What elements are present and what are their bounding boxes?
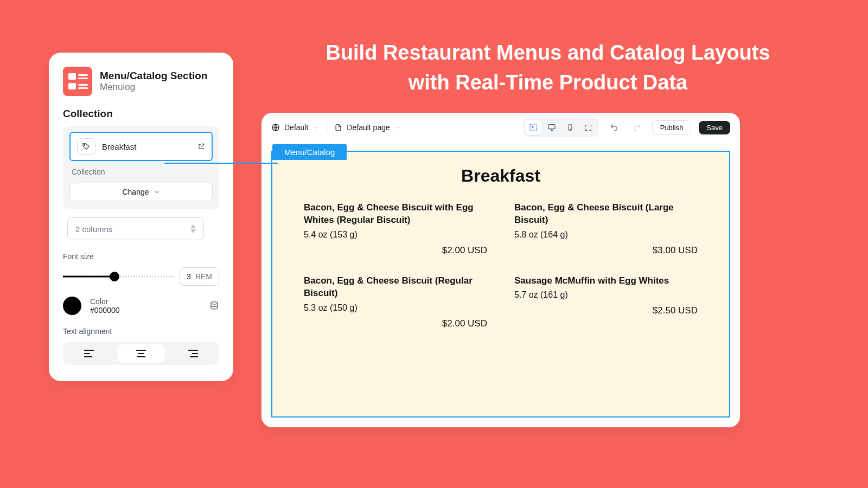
collection-section-label: Collection bbox=[63, 108, 219, 120]
font-size-value: 3 bbox=[187, 272, 191, 281]
database-icon[interactable] bbox=[209, 301, 219, 311]
toolbar-separator bbox=[326, 121, 327, 133]
page-selector[interactable]: Default page bbox=[334, 123, 400, 132]
menu-item: Bacon, Egg & Cheese Biscuit (Regular Bis… bbox=[304, 274, 487, 329]
svg-rect-15 bbox=[548, 125, 555, 129]
app-icon bbox=[63, 67, 92, 96]
editor-toolbar: Default Default page bbox=[261, 113, 740, 142]
undo-button[interactable] bbox=[607, 120, 622, 135]
svg-rect-14 bbox=[530, 124, 537, 131]
columns-select[interactable]: 2 columns bbox=[67, 217, 204, 240]
align-left-button[interactable] bbox=[65, 344, 113, 363]
selection-tab[interactable]: Menu/Catalog bbox=[272, 144, 347, 160]
device-fullscreen-button[interactable] bbox=[580, 120, 597, 135]
publish-button[interactable]: Publish bbox=[652, 120, 692, 135]
panel-title: Menu/Catalog Section bbox=[100, 70, 207, 82]
menu-item: Sausage McMuffin with Egg Whites 5.7 oz … bbox=[514, 274, 698, 329]
theme-label: Default bbox=[284, 123, 308, 132]
device-inspector-button[interactable] bbox=[525, 120, 541, 135]
redo-button[interactable] bbox=[629, 120, 644, 135]
font-size-label: Font size bbox=[63, 252, 219, 261]
chevron-down-icon bbox=[154, 189, 160, 195]
hero-line1: Build Restaurant Menus and Catalog Layou… bbox=[326, 41, 770, 64]
canvas[interactable]: Menu/Catalog Breakfast Bacon, Egg & Chee… bbox=[261, 142, 740, 427]
menu-item-meta: 5.4 oz (153 g) bbox=[304, 230, 487, 240]
chevron-down-icon bbox=[394, 125, 400, 131]
collection-chip-label: Breakfast bbox=[102, 142, 194, 151]
device-desktop-button[interactable] bbox=[544, 120, 560, 135]
menu-item-name: Sausage McMuffin with Egg Whites bbox=[514, 274, 698, 287]
globe-icon bbox=[271, 123, 280, 132]
menu-grid: Bacon, Egg & Cheese Biscuit with Egg Whi… bbox=[272, 201, 729, 329]
tag-icon bbox=[77, 138, 95, 155]
menu-item-price: $2.50 USD bbox=[514, 305, 698, 316]
selected-section[interactable]: Menu/Catalog Breakfast Bacon, Egg & Chee… bbox=[271, 151, 730, 418]
svg-marker-2 bbox=[190, 229, 196, 233]
collection-chip[interactable]: Breakfast bbox=[69, 132, 213, 161]
hero-title: Build Restaurant Menus and Catalog Layou… bbox=[260, 38, 835, 98]
columns-stepper[interactable] bbox=[190, 224, 196, 233]
slider-thumb[interactable] bbox=[110, 272, 119, 281]
theme-selector[interactable]: Default bbox=[271, 123, 318, 132]
font-size-slider[interactable] bbox=[63, 272, 173, 281]
change-collection-button[interactable]: Change bbox=[69, 183, 213, 201]
menu-item-price: $2.00 USD bbox=[304, 245, 487, 256]
hero-line2: with Real-Time Product Data bbox=[409, 71, 688, 94]
connector-line bbox=[164, 163, 278, 164]
align-center-button[interactable] bbox=[117, 344, 165, 363]
menu-item-name: Bacon, Egg & Cheese Biscuit (Large Biscu… bbox=[514, 201, 698, 227]
svg-point-3 bbox=[211, 302, 218, 305]
menu-item-name: Bacon, Egg & Cheese Biscuit with Egg Whi… bbox=[304, 201, 487, 227]
collection-field-sublabel: Collection bbox=[72, 168, 210, 176]
color-label: Color bbox=[90, 297, 201, 306]
color-swatch[interactable] bbox=[63, 297, 81, 315]
color-hex: #000000 bbox=[90, 306, 201, 314]
device-mobile-button[interactable] bbox=[562, 120, 578, 135]
svg-point-17 bbox=[570, 129, 570, 130]
columns-value: 2 columns bbox=[75, 224, 112, 234]
device-preview-group bbox=[523, 118, 599, 137]
editor-card: Default Default page bbox=[261, 113, 740, 427]
menu-item-name: Bacon, Egg & Cheese Biscuit (Regular Bis… bbox=[304, 274, 487, 300]
menu-item-meta: 5.7 oz (161 g) bbox=[514, 290, 698, 300]
page-label: Default page bbox=[347, 123, 390, 132]
panel-header: Menu/Catalog Section Menulog bbox=[63, 67, 219, 96]
svg-point-0 bbox=[84, 145, 85, 146]
collection-box: Breakfast Collection Change bbox=[63, 126, 219, 209]
chevron-down-icon bbox=[312, 125, 318, 131]
menu-item-meta: 5.8 oz (164 g) bbox=[514, 230, 698, 240]
external-link-icon[interactable] bbox=[197, 143, 205, 150]
settings-panel: Menu/Catalog Section Menulog Collection … bbox=[49, 53, 233, 381]
align-right-button[interactable] bbox=[169, 344, 217, 363]
svg-marker-1 bbox=[190, 224, 196, 228]
page-icon bbox=[334, 124, 342, 132]
alignment-toggle-group bbox=[63, 342, 219, 365]
menu-item-price: $3.00 USD bbox=[514, 245, 698, 256]
menu-item-meta: 5.3 oz (150 g) bbox=[304, 303, 487, 313]
save-button[interactable]: Save bbox=[699, 121, 730, 134]
menu-item: Bacon, Egg & Cheese Biscuit with Egg Whi… bbox=[304, 201, 487, 256]
font-size-value-box[interactable]: 3 REM bbox=[180, 267, 219, 286]
menu-item: Bacon, Egg & Cheese Biscuit (Large Biscu… bbox=[514, 201, 698, 256]
menu-item-price: $2.00 USD bbox=[304, 318, 487, 329]
change-button-label: Change bbox=[122, 188, 149, 196]
text-alignment-label: Text alignment bbox=[63, 327, 219, 336]
font-size-unit: REM bbox=[195, 272, 212, 281]
panel-subtitle: Menulog bbox=[100, 82, 207, 93]
